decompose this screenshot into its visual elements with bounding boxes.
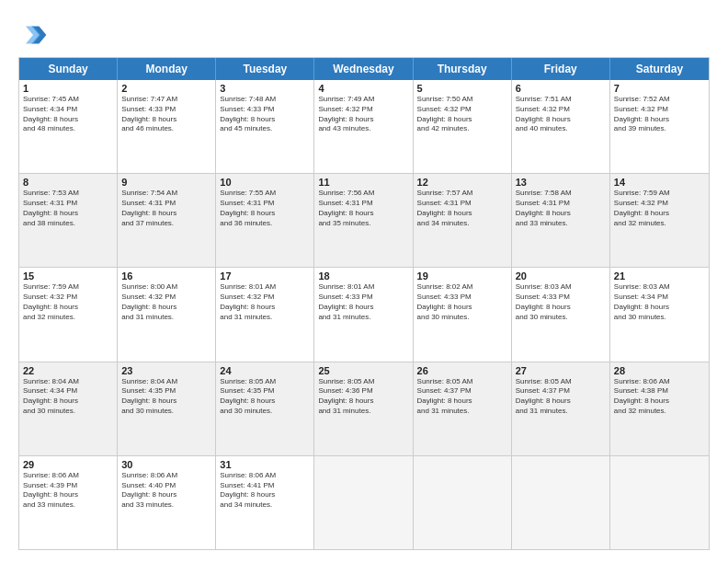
header-day-friday: Friday <box>512 58 610 80</box>
day-cell-22: 22Sunrise: 8:04 AMSunset: 4:34 PMDayligh… <box>19 362 118 455</box>
day-cell-19: 19Sunrise: 8:02 AMSunset: 4:33 PMDayligh… <box>414 268 512 361</box>
header-day-tuesday: Tuesday <box>216 58 314 80</box>
day-cell-13: 13Sunrise: 7:58 AMSunset: 4:31 PMDayligh… <box>512 174 610 267</box>
day-number: 27 <box>516 365 606 376</box>
header <box>18 17 710 50</box>
day-number: 2 <box>121 83 211 94</box>
header-day-thursday: Thursday <box>414 58 512 80</box>
cell-info: Sunrise: 7:52 AMSunset: 4:32 PMDaylight:… <box>614 95 705 134</box>
day-cell-23: 23Sunrise: 8:04 AMSunset: 4:35 PMDayligh… <box>118 362 216 455</box>
day-cell-6: 6Sunrise: 7:51 AMSunset: 4:32 PMDaylight… <box>512 80 610 173</box>
day-number: 17 <box>220 270 310 282</box>
day-cell-30: 30Sunrise: 8:06 AMSunset: 4:40 PMDayligh… <box>118 456 216 549</box>
page: SundayMondayTuesdayWednesdayThursdayFrid… <box>0 0 728 563</box>
day-number: 22 <box>23 365 113 376</box>
day-cell-28: 28Sunrise: 8:06 AMSunset: 4:38 PMDayligh… <box>610 362 709 455</box>
cell-info: Sunrise: 8:02 AMSunset: 4:33 PMDaylight:… <box>417 282 507 322</box>
cell-info: Sunrise: 8:06 AMSunset: 4:41 PMDaylight:… <box>220 471 310 511</box>
day-number: 16 <box>121 270 211 282</box>
day-cell-11: 11Sunrise: 7:56 AMSunset: 4:31 PMDayligh… <box>314 174 413 267</box>
day-cell-4: 4Sunrise: 7:49 AMSunset: 4:32 PMDaylight… <box>314 80 413 173</box>
header-day-sunday: Sunday <box>19 58 118 80</box>
cell-info: Sunrise: 7:59 AMSunset: 4:32 PMDaylight:… <box>23 282 113 322</box>
day-number: 4 <box>318 83 408 94</box>
day-number: 25 <box>318 365 408 376</box>
day-cell-26: 26Sunrise: 8:05 AMSunset: 4:37 PMDayligh… <box>414 362 512 455</box>
day-number: 23 <box>121 365 211 376</box>
day-cell-21: 21Sunrise: 8:03 AMSunset: 4:34 PMDayligh… <box>610 268 709 361</box>
cell-info: Sunrise: 8:06 AMSunset: 4:40 PMDaylight:… <box>121 471 211 511</box>
day-cell-31: 31Sunrise: 8:06 AMSunset: 4:41 PMDayligh… <box>216 456 314 549</box>
day-cell-15: 15Sunrise: 7:59 AMSunset: 4:32 PMDayligh… <box>19 268 118 361</box>
cell-info: Sunrise: 8:03 AMSunset: 4:33 PMDaylight:… <box>516 282 606 322</box>
day-number: 12 <box>417 177 507 188</box>
calendar-header: SundayMondayTuesdayWednesdayThursdayFrid… <box>19 58 709 80</box>
cell-info: Sunrise: 7:50 AMSunset: 4:32 PMDaylight:… <box>417 95 507 134</box>
day-cell-14: 14Sunrise: 7:59 AMSunset: 4:32 PMDayligh… <box>610 174 709 267</box>
calendar-body: 1Sunrise: 7:45 AMSunset: 4:34 PMDaylight… <box>19 80 709 549</box>
cell-info: Sunrise: 7:53 AMSunset: 4:31 PMDaylight:… <box>23 189 113 228</box>
day-number: 18 <box>318 270 408 282</box>
cell-info: Sunrise: 8:05 AMSunset: 4:37 PMDaylight:… <box>516 377 606 417</box>
day-cell-16: 16Sunrise: 8:00 AMSunset: 4:32 PMDayligh… <box>118 268 216 361</box>
day-number: 14 <box>614 177 705 188</box>
cell-info: Sunrise: 7:56 AMSunset: 4:31 PMDaylight:… <box>318 189 408 228</box>
cell-info: Sunrise: 7:47 AMSunset: 4:33 PMDaylight:… <box>121 95 211 134</box>
empty-cell <box>512 456 610 549</box>
day-number: 5 <box>417 83 507 94</box>
day-number: 19 <box>417 270 507 282</box>
header-day-monday: Monday <box>118 58 216 80</box>
day-cell-9: 9Sunrise: 7:54 AMSunset: 4:31 PMDaylight… <box>118 174 216 267</box>
day-number: 3 <box>220 83 310 94</box>
calendar-row-4: 22Sunrise: 8:04 AMSunset: 4:34 PMDayligh… <box>19 362 709 455</box>
cell-info: Sunrise: 7:45 AMSunset: 4:34 PMDaylight:… <box>23 95 113 134</box>
cell-info: Sunrise: 7:58 AMSunset: 4:31 PMDaylight:… <box>516 189 606 228</box>
cell-info: Sunrise: 8:01 AMSunset: 4:32 PMDaylight:… <box>220 282 310 322</box>
day-cell-10: 10Sunrise: 7:55 AMSunset: 4:31 PMDayligh… <box>216 174 314 267</box>
cell-info: Sunrise: 8:04 AMSunset: 4:34 PMDaylight:… <box>23 377 113 417</box>
empty-cell <box>314 456 413 549</box>
day-number: 15 <box>23 270 113 282</box>
day-number: 8 <box>23 177 113 188</box>
day-number: 29 <box>23 459 113 470</box>
day-cell-29: 29Sunrise: 8:06 AMSunset: 4:39 PMDayligh… <box>19 456 118 549</box>
day-number: 7 <box>614 83 705 94</box>
calendar-row-3: 15Sunrise: 7:59 AMSunset: 4:32 PMDayligh… <box>19 267 709 361</box>
logo-icon <box>18 20 48 50</box>
day-number: 6 <box>516 83 606 94</box>
day-cell-20: 20Sunrise: 8:03 AMSunset: 4:33 PMDayligh… <box>512 268 610 361</box>
cell-info: Sunrise: 8:06 AMSunset: 4:38 PMDaylight:… <box>614 377 705 417</box>
calendar-row-1: 1Sunrise: 7:45 AMSunset: 4:34 PMDaylight… <box>19 80 709 173</box>
day-cell-18: 18Sunrise: 8:01 AMSunset: 4:33 PMDayligh… <box>314 268 413 361</box>
day-cell-17: 17Sunrise: 8:01 AMSunset: 4:32 PMDayligh… <box>216 268 314 361</box>
cell-info: Sunrise: 8:06 AMSunset: 4:39 PMDaylight:… <box>23 471 113 511</box>
cell-info: Sunrise: 7:54 AMSunset: 4:31 PMDaylight:… <box>121 189 211 228</box>
day-number: 20 <box>516 270 606 282</box>
day-number: 1 <box>23 83 113 94</box>
day-cell-5: 5Sunrise: 7:50 AMSunset: 4:32 PMDaylight… <box>414 80 512 173</box>
day-number: 11 <box>318 177 408 188</box>
day-cell-7: 7Sunrise: 7:52 AMSunset: 4:32 PMDaylight… <box>610 80 709 173</box>
day-number: 24 <box>220 365 310 376</box>
day-cell-24: 24Sunrise: 8:05 AMSunset: 4:35 PMDayligh… <box>216 362 314 455</box>
empty-cell <box>610 456 709 549</box>
cell-info: Sunrise: 7:49 AMSunset: 4:32 PMDaylight:… <box>318 95 408 134</box>
cell-info: Sunrise: 8:04 AMSunset: 4:35 PMDaylight:… <box>121 377 211 417</box>
cell-info: Sunrise: 7:51 AMSunset: 4:32 PMDaylight:… <box>516 95 606 134</box>
day-cell-12: 12Sunrise: 7:57 AMSunset: 4:31 PMDayligh… <box>414 174 512 267</box>
cell-info: Sunrise: 7:57 AMSunset: 4:31 PMDaylight:… <box>417 189 507 228</box>
cell-info: Sunrise: 8:05 AMSunset: 4:35 PMDaylight:… <box>220 377 310 417</box>
header-day-saturday: Saturday <box>610 58 709 80</box>
day-cell-2: 2Sunrise: 7:47 AMSunset: 4:33 PMDaylight… <box>118 80 216 173</box>
day-number: 10 <box>220 177 310 188</box>
logo <box>18 20 51 50</box>
day-number: 9 <box>121 177 211 188</box>
cell-info: Sunrise: 7:55 AMSunset: 4:31 PMDaylight:… <box>220 189 310 228</box>
cell-info: Sunrise: 8:00 AMSunset: 4:32 PMDaylight:… <box>121 282 211 322</box>
day-cell-25: 25Sunrise: 8:05 AMSunset: 4:36 PMDayligh… <box>314 362 413 455</box>
day-cell-3: 3Sunrise: 7:48 AMSunset: 4:33 PMDaylight… <box>216 80 314 173</box>
day-number: 21 <box>614 270 705 282</box>
day-number: 13 <box>516 177 606 188</box>
day-number: 30 <box>121 459 211 470</box>
cell-info: Sunrise: 8:01 AMSunset: 4:33 PMDaylight:… <box>318 282 408 322</box>
